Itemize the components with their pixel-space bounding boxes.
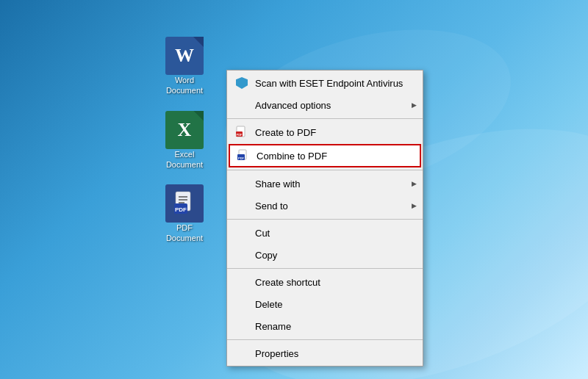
menu-item-properties[interactable]: Properties [227,342,423,364]
create-shortcut-icon [234,275,249,289]
context-menu: Scan with ESET Endpoint Antivirus Advanc… [226,70,423,367]
menu-item-copy[interactable]: Copy [227,244,423,266]
create-shortcut-label: Create shortcut [255,277,414,288]
advanced-options-icon [234,98,249,112]
menu-item-delete[interactable]: Delete [227,293,423,315]
menu-item-combine-pdf[interactable]: PDF Combine to PDF [229,144,421,167]
menu-item-advanced-options[interactable]: Advanced options [227,94,423,116]
scan-eset-label: Scan with ESET Endpoint Antivirus [255,78,414,89]
delete-icon [234,297,249,311]
copy-icon [234,248,249,262]
separator-5 [227,339,423,340]
svg-text:PDF: PDF [175,206,187,213]
menu-item-cut[interactable]: Cut [227,222,423,244]
separator-3 [227,219,423,220]
send-to-icon [234,198,249,213]
rename-icon [234,319,249,333]
separator-1 [227,118,423,119]
menu-item-scan-eset[interactable]: Scan with ESET Endpoint Antivirus [227,72,423,94]
separator-2 [227,170,423,170]
rename-label: Rename [255,321,414,332]
menu-item-send-to[interactable]: Send to [227,195,423,217]
create-pdf-label: Create to PDF [255,127,414,138]
send-to-label: Send to [255,201,414,212]
cut-label: Cut [255,228,414,239]
pdf-document-svg: PDF [171,190,198,217]
word-letter: W [175,45,194,67]
word-document-icon[interactable]: W WordDocument [158,37,211,96]
desktop-icons-area: W WordDocument X ExcelDocument PDF PDFDo… [158,37,211,244]
menu-item-share-with[interactable]: Share with [227,173,423,195]
excel-document-icon[interactable]: X ExcelDocument [158,111,211,170]
cut-icon [234,225,249,240]
advanced-options-label: Advanced options [255,100,414,111]
pdf-icon-image: PDF [165,184,204,223]
pdf-icon-label: PDFDocument [166,223,203,244]
delete-label: Delete [255,299,414,310]
menu-item-rename[interactable]: Rename [227,315,423,337]
menu-item-create-pdf[interactable]: PDF Create to PDF [227,121,423,143]
properties-label: Properties [255,348,414,359]
properties-icon [234,346,249,361]
menu-item-create-shortcut[interactable]: Create shortcut [227,271,423,293]
word-icon-image: W [165,37,204,75]
pdf-document-icon[interactable]: PDF PDFDocument [158,184,211,244]
create-pdf-icon: PDF [234,125,249,140]
excel-icon-label: ExcelDocument [166,149,203,170]
separator-4 [227,268,423,269]
share-with-label: Share with [255,178,414,190]
share-with-icon [234,176,249,191]
combine-pdf-icon: PDF [236,148,251,163]
word-icon-label: WordDocument [166,75,203,96]
svg-text:PDF: PDF [238,156,245,160]
combine-pdf-label: Combine to PDF [257,151,412,162]
excel-letter: X [178,119,192,141]
excel-icon-image: X [165,111,204,149]
copy-label: Copy [255,250,414,261]
svg-text:PDF: PDF [237,133,243,137]
eset-icon [234,76,249,90]
